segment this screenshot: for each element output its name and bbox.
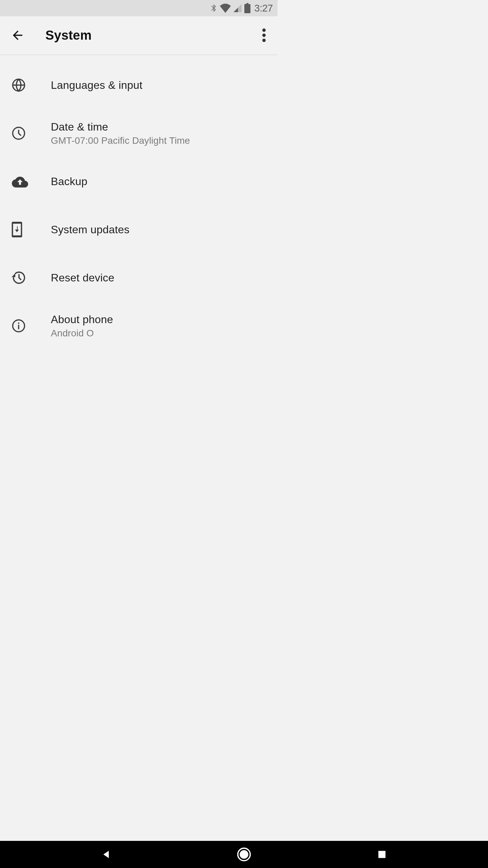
page-title: System (45, 28, 92, 43)
arrow-back-icon (11, 28, 25, 42)
back-button[interactable] (9, 27, 26, 43)
list-item-about-phone[interactable]: About phone Android O (0, 302, 278, 350)
status-bar: 3:27 (0, 0, 278, 16)
status-icons (209, 3, 251, 13)
item-title: Date & time (51, 121, 190, 133)
list-item-reset-device[interactable]: Reset device (0, 254, 278, 302)
settings-list: Languages & input Date & time GMT-07:00 … (0, 54, 278, 350)
list-item-system-updates[interactable]: System updates (0, 205, 278, 254)
wifi-icon (220, 3, 231, 13)
svg-point-0 (262, 28, 266, 32)
overflow-menu-button[interactable] (256, 27, 272, 43)
status-time: 3:27 (255, 3, 273, 14)
more-vert-icon (262, 28, 266, 42)
list-item-date-time[interactable]: Date & time GMT-07:00 Pacific Daylight T… (0, 109, 278, 157)
item-title: System updates (51, 223, 129, 236)
item-title: Reset device (51, 272, 114, 284)
app-bar: System (0, 16, 278, 54)
svg-point-2 (262, 39, 266, 42)
cloud-upload-icon (0, 175, 51, 188)
restore-icon (0, 271, 51, 284)
item-title: Backup (51, 175, 87, 188)
info-icon (0, 319, 51, 333)
clock-icon (0, 126, 51, 140)
item-title: About phone (51, 313, 113, 326)
list-item-languages-input[interactable]: Languages & input (0, 61, 278, 109)
item-subtitle: Android O (51, 328, 113, 339)
item-title: Languages & input (51, 79, 142, 92)
svg-point-1 (262, 34, 266, 37)
bluetooth-icon (209, 3, 218, 13)
cell-signal-icon (232, 3, 243, 13)
system-update-icon (0, 222, 51, 237)
list-item-backup[interactable]: Backup (0, 157, 278, 205)
svg-point-8 (18, 322, 19, 324)
battery-icon (244, 3, 251, 13)
globe-icon (0, 78, 51, 92)
item-subtitle: GMT-07:00 Pacific Daylight Time (51, 135, 190, 146)
